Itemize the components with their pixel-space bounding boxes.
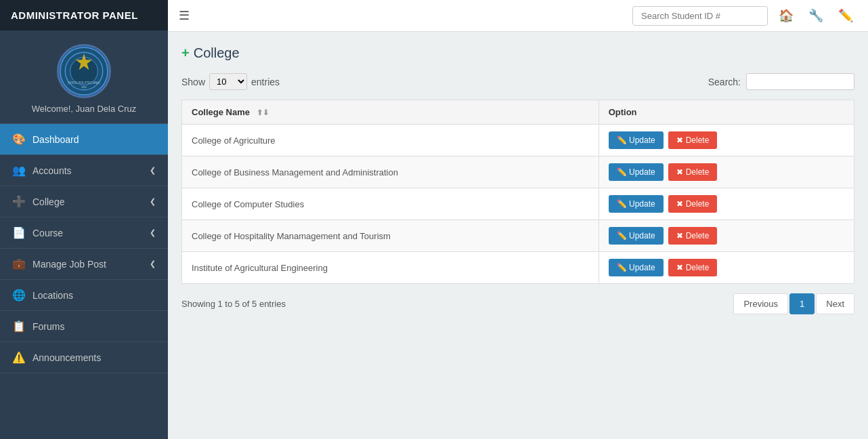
dashboard-icon: 🎨 bbox=[12, 133, 26, 146]
show-label: Show bbox=[181, 77, 205, 87]
sidebar-nav: 🎨 Dashboard 👥 Accounts ❮ ➕ College ❮ 📄 C… bbox=[0, 124, 168, 373]
svg-text:1952: 1952 bbox=[81, 86, 87, 89]
table-row: College of Computer Studies ✏️ Update ✖ … bbox=[182, 188, 854, 220]
table-search-input[interactable] bbox=[746, 73, 854, 90]
college-name-cell: Institute of Agricultural Engineering bbox=[182, 252, 599, 284]
sidebar-item-college[interactable]: ➕ College ❮ bbox=[0, 186, 168, 217]
sidebar-item-dashboard[interactable]: 🎨 Dashboard bbox=[0, 124, 168, 154]
table-search-box: Search: bbox=[708, 73, 854, 90]
pagination-row: Showing 1 to 5 of 5 entries Previous 1 N… bbox=[181, 293, 854, 314]
sidebar-item-left-college: ➕ College bbox=[12, 195, 64, 208]
chevron-icon-college: ❮ bbox=[150, 197, 156, 206]
sidebar-item-left-forums: 📋 Forums bbox=[12, 320, 64, 333]
sidebar-item-label-forums: Forums bbox=[32, 321, 64, 332]
chevron-icon-accounts: ❮ bbox=[150, 166, 156, 175]
college-name-cell: College of Business Management and Admin… bbox=[182, 156, 599, 188]
table-top-controls: Show 102550100 entries Search: bbox=[181, 73, 854, 90]
college-name-cell: College of Hospitality Manamagement and … bbox=[182, 220, 599, 252]
previous-button[interactable]: Previous bbox=[733, 293, 788, 314]
next-button[interactable]: Next bbox=[816, 293, 854, 314]
college-name-cell: College of Agriculture bbox=[182, 125, 599, 156]
sidebar-item-left-manage-job-post: 💼 Manage Job Post bbox=[12, 257, 106, 270]
col-option-header: Option bbox=[599, 100, 854, 125]
search-label: Search: bbox=[708, 77, 741, 87]
sort-icon: ⬆⬇ bbox=[257, 108, 269, 117]
chevron-icon-manage-job-post: ❮ bbox=[150, 259, 156, 268]
svg-text:STATE POLYTECHNIC: STATE POLYTECHNIC bbox=[68, 81, 101, 85]
show-entries-control: Show 102550100 entries bbox=[181, 73, 280, 90]
sidebar-item-announcements[interactable]: ⚠️ Announcements bbox=[0, 342, 168, 373]
locations-icon: 🌐 bbox=[12, 289, 26, 301]
table-row: Institute of Agricultural Engineering ✏️… bbox=[182, 252, 854, 284]
college-option-cell: ✏️ Update ✖ Delete bbox=[599, 220, 854, 252]
update-button[interactable]: ✏️ Update bbox=[609, 227, 664, 245]
college-header: + College bbox=[181, 45, 854, 61]
pagination-buttons: Previous 1 Next bbox=[733, 293, 854, 314]
delete-button[interactable]: ✖ Delete bbox=[668, 163, 717, 181]
sidebar-item-label-dashboard: Dashboard bbox=[32, 134, 79, 145]
col-name-header: College Name ⬆⬇ bbox=[182, 100, 599, 125]
topbar: ☰ 🏠 🔧 ✏️ bbox=[168, 0, 868, 32]
sidebar-profile: STATE POLYTECHNIC 1952 Welcome!, Juan De… bbox=[0, 30, 168, 124]
table-row: College of Business Management and Admin… bbox=[182, 156, 854, 188]
sidebar: ADMINISTRATOR PANEL STATE POLYTECHNIC 19… bbox=[0, 0, 168, 439]
sidebar-item-locations[interactable]: 🌐 Locations bbox=[0, 280, 168, 310]
sidebar-item-label-college: College bbox=[32, 196, 64, 207]
college-table-body: College of Agriculture ✏️ Update ✖ Delet… bbox=[182, 125, 854, 284]
content-area: + College Show 102550100 entries Search:… bbox=[168, 32, 868, 439]
sidebar-item-manage-job-post[interactable]: 💼 Manage Job Post ❮ bbox=[0, 249, 168, 279]
sidebar-item-label-course: Course bbox=[32, 228, 63, 238]
edit-icon-button[interactable]: ✏️ bbox=[834, 5, 857, 26]
pagination-info: Showing 1 to 5 of 5 entries bbox=[181, 299, 286, 309]
college-table: College Name ⬆⬇ Option College of Agricu… bbox=[181, 100, 854, 284]
announcements-icon: ⚠️ bbox=[12, 351, 26, 364]
update-button[interactable]: ✏️ Update bbox=[609, 195, 664, 213]
college-icon: ➕ bbox=[12, 195, 26, 208]
avatar: STATE POLYTECHNIC 1952 bbox=[57, 44, 111, 98]
course-icon: 📄 bbox=[12, 226, 26, 239]
update-button[interactable]: ✏️ Update bbox=[609, 259, 664, 276]
sidebar-welcome: Welcome!, Juan Dela Cruz bbox=[32, 104, 136, 114]
entries-label: entries bbox=[251, 77, 280, 87]
delete-button[interactable]: ✖ Delete bbox=[668, 195, 717, 213]
sidebar-item-forums[interactable]: 📋 Forums bbox=[0, 311, 168, 341]
delete-button[interactable]: ✖ Delete bbox=[668, 259, 717, 276]
home-icon-button[interactable]: 🏠 bbox=[775, 5, 798, 26]
sidebar-item-left-locations: 🌐 Locations bbox=[12, 289, 73, 301]
add-college-icon: + bbox=[181, 45, 190, 61]
delete-button[interactable]: ✖ Delete bbox=[668, 131, 717, 149]
sidebar-item-label-announcements: Announcements bbox=[32, 352, 101, 363]
sidebar-item-left-announcements: ⚠️ Announcements bbox=[12, 351, 101, 364]
menu-icon[interactable]: ☰ bbox=[179, 8, 190, 23]
accounts-icon: 👥 bbox=[12, 164, 26, 177]
sidebar-item-left-accounts: 👥 Accounts bbox=[12, 164, 72, 177]
sidebar-item-accounts[interactable]: 👥 Accounts ❮ bbox=[0, 155, 168, 186]
college-option-cell: ✏️ Update ✖ Delete bbox=[599, 252, 854, 284]
update-button[interactable]: ✏️ Update bbox=[609, 163, 664, 181]
sidebar-item-label-manage-job-post: Manage Job Post bbox=[32, 259, 106, 270]
sidebar-item-label-accounts: Accounts bbox=[32, 165, 72, 176]
sidebar-item-left-course: 📄 Course bbox=[12, 226, 63, 239]
forums-icon: 📋 bbox=[12, 320, 26, 333]
chevron-icon-course: ❮ bbox=[150, 228, 156, 237]
sidebar-item-course[interactable]: 📄 Course ❮ bbox=[0, 217, 168, 248]
college-name-cell: College of Computer Studies bbox=[182, 188, 599, 220]
entries-select[interactable]: 102550100 bbox=[209, 73, 247, 90]
page-1-button[interactable]: 1 bbox=[789, 293, 815, 314]
college-option-cell: ✏️ Update ✖ Delete bbox=[599, 125, 854, 156]
table-row: College of Hospitality Manamagement and … bbox=[182, 220, 854, 252]
sidebar-title: ADMINISTRATOR PANEL bbox=[0, 0, 168, 30]
manage-job-post-icon: 💼 bbox=[12, 257, 26, 270]
table-row: College of Agriculture ✏️ Update ✖ Delet… bbox=[182, 125, 854, 156]
sidebar-item-label-locations: Locations bbox=[32, 290, 73, 301]
sidebar-item-left-dashboard: 🎨 Dashboard bbox=[12, 133, 79, 146]
page-title: College bbox=[194, 45, 240, 61]
college-option-cell: ✏️ Update ✖ Delete bbox=[599, 156, 854, 188]
college-option-cell: ✏️ Update ✖ Delete bbox=[599, 188, 854, 220]
update-button[interactable]: ✏️ Update bbox=[609, 131, 664, 149]
delete-button[interactable]: ✖ Delete bbox=[668, 227, 717, 245]
main-panel: ☰ 🏠 🔧 ✏️ + College Show 102550100 entrie… bbox=[168, 0, 868, 439]
search-input[interactable] bbox=[632, 6, 768, 26]
wrench-icon-button[interactable]: 🔧 bbox=[804, 5, 827, 26]
